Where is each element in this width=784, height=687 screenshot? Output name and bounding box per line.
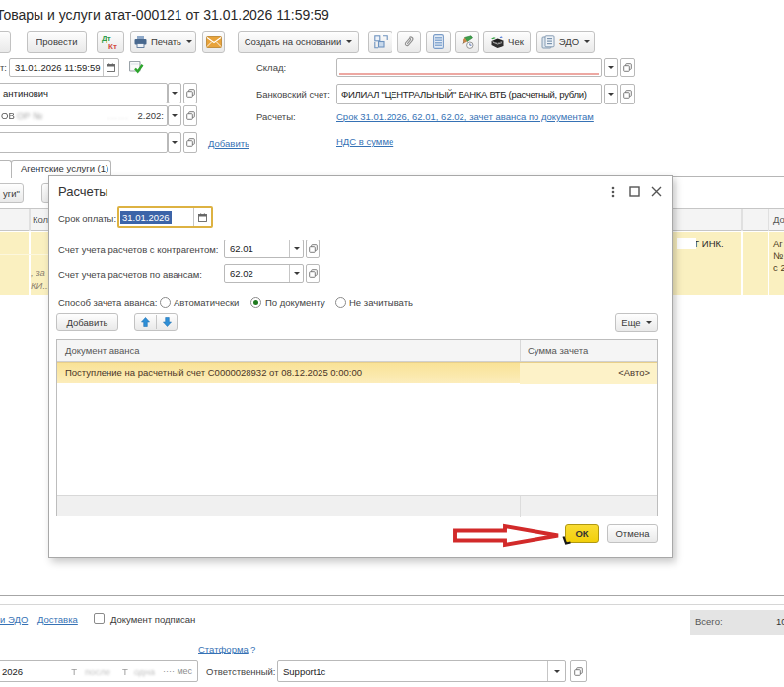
- svg-text:Кт: Кт: [108, 42, 117, 50]
